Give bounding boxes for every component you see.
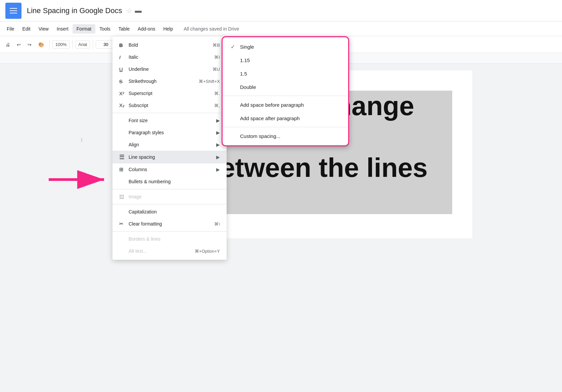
left-margin: 1 [0, 64, 94, 392]
undo-button[interactable]: ↩ [14, 40, 24, 49]
align-arrow: ▶ [216, 142, 220, 147]
toolbar-separator-3 [93, 40, 93, 49]
paragraphstyles-arrow: ▶ [216, 130, 220, 135]
format-menu-paragraphstyles[interactable]: Paragraph styles ▶ [112, 127, 227, 139]
superscript-icon: X² [119, 91, 129, 96]
format-dropdown-menu: B Bold ⌘B I Italic ⌘I U Underline ⌘U S S… [112, 36, 227, 260]
subscript-shortcut: ⌘, [214, 103, 220, 108]
bullets-label: Bullets & numbering [129, 179, 220, 184]
format-menu-underline[interactable]: U Underline ⌘U [112, 63, 227, 75]
linespacing-spaceafter[interactable]: Add space after paragraph [223, 111, 348, 125]
linespacing-icon: ☰ [119, 153, 129, 161]
capitalization-label: Capitalization [129, 209, 220, 214]
saved-status: All changes saved in Drive [184, 26, 239, 32]
underline-icon: U [119, 66, 129, 72]
format-menu-bullets[interactable]: Bullets & numbering [112, 176, 227, 188]
menu-format[interactable]: Format [73, 24, 95, 34]
fontsize-label: Font size [129, 118, 214, 123]
format-menu-superscript[interactable]: X² Superscript ⌘. [112, 87, 227, 99]
clearformatting-shortcut: ⌘\ [214, 222, 220, 227]
alttext-shortcut: ⌘+Option+Y [195, 249, 220, 254]
superscript-label: Superscript [129, 91, 212, 96]
menu-file[interactable]: File [3, 24, 18, 34]
format-menu-bold[interactable]: B Bold ⌘B [112, 39, 227, 51]
paint-format-button[interactable]: 🎨 [36, 40, 47, 49]
italic-label: Italic [129, 54, 212, 60]
divider-2 [112, 189, 227, 189]
format-menu-clearformatting[interactable]: ✂ Clear formatting ⌘\ [112, 218, 227, 230]
borders-label: Borders & lines [129, 236, 220, 242]
submenu-divider-2 [223, 127, 348, 127]
format-menu-capitalization[interactable]: Capitalization [112, 206, 227, 218]
format-menu-italic[interactable]: I Italic ⌘I [112, 51, 227, 63]
menu-table[interactable]: Table [114, 24, 134, 34]
format-menu-borders: Borders & lines [112, 233, 227, 245]
strikethrough-shortcut: ⌘+Shift+X [199, 79, 220, 84]
underline-label: Underline [129, 66, 210, 72]
format-menu-alttext: Alt text... ⌘+Option+Y [112, 245, 227, 257]
strikethrough-label: Strikethrough [129, 79, 196, 84]
print-button[interactable]: 🖨 [3, 40, 13, 49]
italic-shortcut: ⌘I [214, 55, 220, 60]
toolbar-separator-1 [49, 40, 50, 49]
menu-tools[interactable]: Tools [95, 24, 114, 34]
divider-3 [112, 204, 227, 204]
divider-1 [112, 113, 227, 113]
linespacing-1-5[interactable]: 1.5 [223, 67, 348, 80]
linespacing-custom[interactable]: Custom spacing... [223, 129, 348, 143]
columns-arrow: ▶ [216, 167, 220, 172]
format-menu-fontsize[interactable]: Font size ▶ [112, 114, 227, 127]
bold-shortcut: ⌘B [213, 43, 220, 48]
linespacing-label: Line spacing [129, 154, 214, 160]
single-check-icon: ✓ [231, 44, 240, 50]
fontsize-arrow: ▶ [216, 118, 220, 123]
paragraphstyles-label: Paragraph styles [129, 130, 214, 135]
subscript-label: Subscript [129, 103, 212, 108]
menu-addons[interactable]: Add-ons [134, 24, 159, 34]
pink-arrow-container [45, 166, 112, 194]
format-menu-align[interactable]: Align ▶ [112, 139, 227, 151]
redo-button[interactable]: ↪ [25, 40, 34, 49]
pink-arrow-svg [45, 166, 112, 193]
folder-icon: ▬ [135, 7, 142, 14]
menu-view[interactable]: View [35, 24, 53, 34]
doc-text-line2: between the lines in [204, 153, 428, 213]
menu-insert[interactable]: Insert [53, 24, 73, 34]
italic-icon: I [119, 54, 129, 60]
zoom-control[interactable]: 100% [52, 40, 69, 49]
line-spacing-submenu: ✓ Single 1.15 1.5 Double Add space befor… [222, 36, 349, 146]
image-label: Image [129, 194, 220, 199]
linespacing-double[interactable]: Double [223, 80, 348, 94]
doc-title: Line Spacing in Google Docs [27, 6, 122, 15]
hamburger-icon [10, 8, 17, 13]
menu-help[interactable]: Help [159, 24, 177, 34]
spacebefore-label: Add space before paragraph [240, 102, 304, 108]
format-menu-linespacing[interactable]: ☰ Line spacing ▶ [112, 151, 227, 163]
image-icon: 🖼 [119, 194, 129, 200]
format-menu-strikethrough[interactable]: S Strikethrough ⌘+Shift+X [112, 75, 227, 87]
clearformatting-label: Clear formatting [129, 221, 212, 227]
spaceafter-label: Add space after paragraph [240, 115, 300, 121]
subscript-icon: X₂ [119, 102, 129, 108]
star-icon[interactable]: ☆ [126, 7, 132, 15]
linespacing-arrow: ▶ [216, 154, 220, 160]
custom-label: Custom spacing... [240, 133, 280, 139]
format-menu-subscript[interactable]: X₂ Subscript ⌘, [112, 99, 227, 111]
alttext-label: Alt text... [129, 248, 192, 254]
bold-icon: B [119, 42, 129, 48]
app-icon [5, 3, 21, 19]
format-menu-image: 🖼 Image [112, 191, 227, 203]
bold-label: Bold [129, 42, 210, 48]
title-bar: Line Spacing in Google Docs ☆ ▬ [0, 0, 562, 21]
format-menu-columns[interactable]: ⊞ Columns ▶ [112, 163, 227, 176]
align-label: Align [129, 142, 214, 147]
linespacing-1-15[interactable]: 1.15 [223, 53, 348, 67]
strikethrough-icon: S [119, 79, 129, 84]
font-dropdown[interactable]: Arial [75, 40, 90, 49]
linespacing-single[interactable]: ✓ Single [223, 40, 348, 53]
1-5-label: 1.5 [240, 71, 247, 77]
double-label: Double [240, 84, 256, 90]
submenu-divider-1 [223, 96, 348, 96]
linespacing-spacebefore[interactable]: Add space before paragraph [223, 98, 348, 111]
menu-edit[interactable]: Edit [18, 24, 35, 34]
